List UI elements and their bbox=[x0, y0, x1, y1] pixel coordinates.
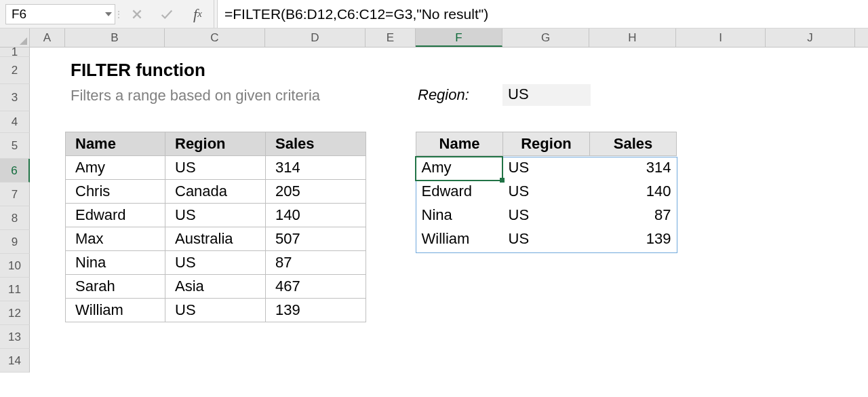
table-cell[interactable]: Chris bbox=[66, 180, 165, 204]
row-headers: 1234567891011121314 bbox=[0, 48, 30, 373]
column-header-C[interactable]: C bbox=[165, 29, 265, 47]
table-cell[interactable]: William bbox=[416, 227, 503, 251]
row-header-10[interactable]: 10 bbox=[0, 254, 30, 278]
table-row[interactable]: NinaUS87 bbox=[416, 204, 677, 227]
source-table-body: AmyUS314ChrisCanada205EdwardUS140MaxAust… bbox=[66, 156, 366, 322]
source-data-table: Name Region Sales AmyUS314ChrisCanada205… bbox=[65, 132, 366, 322]
worksheet-grid: 1234567891011121314 FILTER function Filt… bbox=[0, 48, 868, 373]
table-row[interactable]: MaxAustralia507 bbox=[66, 227, 366, 251]
column-header-E[interactable]: E bbox=[366, 29, 416, 47]
table-cell[interactable]: 139 bbox=[266, 299, 366, 322]
region-filter-value-cell[interactable]: US bbox=[502, 84, 591, 106]
table-cell[interactable]: US bbox=[165, 251, 266, 275]
table-cell[interactable]: US bbox=[165, 156, 266, 180]
region-filter-value: US bbox=[508, 86, 529, 102]
region-filter-label: Region: bbox=[418, 86, 469, 104]
row-header-8[interactable]: 8 bbox=[0, 206, 30, 230]
row-header-7[interactable]: 7 bbox=[0, 183, 30, 206]
table-cell[interactable]: 205 bbox=[266, 180, 366, 204]
row-header-2[interactable]: 2 bbox=[0, 57, 30, 84]
name-box-dropdown-icon[interactable] bbox=[105, 12, 112, 16]
table-cell[interactable]: Nina bbox=[416, 204, 503, 227]
column-header-J[interactable]: J bbox=[766, 29, 855, 47]
table-cell[interactable]: 314 bbox=[266, 156, 366, 180]
column-header-D[interactable]: D bbox=[265, 29, 366, 47]
table-cell[interactable]: US bbox=[503, 204, 590, 227]
column-header-G[interactable]: G bbox=[502, 29, 589, 47]
table-cell[interactable]: Sarah bbox=[66, 275, 165, 299]
table-cell[interactable]: Nina bbox=[66, 251, 165, 275]
row-header-13[interactable]: 13 bbox=[0, 325, 30, 349]
table-cell[interactable]: US bbox=[503, 180, 590, 204]
result-table-header-row: Name Region Sales bbox=[416, 132, 677, 156]
table-cell[interactable]: 467 bbox=[266, 275, 366, 299]
name-box-value: F6 bbox=[12, 7, 26, 22]
table-cell[interactable]: 507 bbox=[266, 227, 366, 251]
table-cell[interactable]: US bbox=[503, 227, 590, 251]
table-cell[interactable]: Amy bbox=[416, 156, 503, 180]
table-cell[interactable]: 140 bbox=[266, 204, 366, 227]
page-title: FILTER function bbox=[71, 60, 205, 81]
row-header-5[interactable]: 5 bbox=[0, 133, 30, 159]
table-cell[interactable]: US bbox=[503, 156, 590, 180]
source-table-header-row: Name Region Sales bbox=[66, 132, 366, 156]
result-table-body: AmyUS314EdwardUS140NinaUS87WilliamUS139 bbox=[416, 156, 677, 251]
table-cell[interactable]: 139 bbox=[590, 227, 677, 251]
table-row[interactable]: SarahAsia467 bbox=[66, 275, 366, 299]
source-header-region[interactable]: Region bbox=[165, 132, 266, 156]
table-cell[interactable]: Max bbox=[66, 227, 165, 251]
row-header-3[interactable]: 3 bbox=[0, 84, 30, 111]
column-headers: ABCDEFGHIJ bbox=[0, 29, 868, 48]
table-cell[interactable]: 140 bbox=[590, 180, 677, 204]
result-table: Name Region Sales AmyUS314EdwardUS140Nin… bbox=[416, 132, 677, 251]
page-subtitle: Filters a range based on given criteria bbox=[71, 87, 320, 105]
result-header-name[interactable]: Name bbox=[416, 132, 503, 156]
table-cell[interactable]: Edward bbox=[416, 180, 503, 204]
column-header-B[interactable]: B bbox=[65, 29, 165, 47]
source-header-name[interactable]: Name bbox=[66, 132, 165, 156]
formula-input[interactable]: =FILTER(B6:D12,C6:C12=G3,"No result") bbox=[217, 0, 868, 28]
table-row[interactable]: WilliamUS139 bbox=[416, 227, 677, 251]
table-row[interactable]: WilliamUS139 bbox=[66, 299, 366, 322]
column-header-A[interactable]: A bbox=[30, 29, 65, 47]
table-row[interactable]: EdwardUS140 bbox=[416, 180, 677, 204]
column-header-F[interactable]: F bbox=[416, 29, 502, 47]
formula-bar-separator bbox=[115, 0, 122, 28]
row-header-4[interactable]: 4 bbox=[0, 111, 30, 133]
table-cell[interactable]: William bbox=[66, 299, 165, 322]
row-header-14[interactable]: 14 bbox=[0, 349, 30, 373]
result-header-region[interactable]: Region bbox=[503, 132, 590, 156]
row-header-12[interactable]: 12 bbox=[0, 301, 30, 325]
column-header-H[interactable]: H bbox=[589, 29, 676, 47]
enter-formula-button[interactable] bbox=[152, 0, 182, 28]
select-all-corner[interactable] bbox=[0, 29, 30, 47]
table-row[interactable]: ChrisCanada205 bbox=[66, 180, 366, 204]
row-header-1[interactable]: 1 bbox=[0, 48, 30, 57]
table-cell[interactable]: 314 bbox=[590, 156, 677, 180]
source-header-sales[interactable]: Sales bbox=[266, 132, 366, 156]
table-cell[interactable]: US bbox=[165, 204, 266, 227]
table-cell[interactable]: US bbox=[165, 299, 266, 322]
name-box-container: F6 bbox=[0, 0, 115, 28]
table-cell[interactable]: 87 bbox=[266, 251, 366, 275]
row-header-9[interactable]: 9 bbox=[0, 230, 30, 254]
cancel-formula-button[interactable] bbox=[122, 0, 152, 28]
formula-text: =FILTER(B6:D12,C6:C12=G3,"No result") bbox=[224, 6, 488, 22]
name-box[interactable]: F6 bbox=[5, 4, 115, 24]
result-header-sales[interactable]: Sales bbox=[590, 132, 677, 156]
table-cell[interactable]: Australia bbox=[165, 227, 266, 251]
row-header-6[interactable]: 6 bbox=[0, 159, 30, 183]
table-cell[interactable]: Amy bbox=[66, 156, 165, 180]
table-row[interactable]: EdwardUS140 bbox=[66, 204, 366, 227]
table-cell[interactable]: Edward bbox=[66, 204, 165, 227]
row-header-11[interactable]: 11 bbox=[0, 278, 30, 301]
column-header-I[interactable]: I bbox=[676, 29, 766, 47]
table-cell[interactable]: Asia bbox=[165, 275, 266, 299]
sheet-area[interactable]: FILTER function Filters a range based on… bbox=[30, 48, 868, 373]
table-cell[interactable]: 87 bbox=[590, 204, 677, 227]
insert-function-button[interactable]: fx bbox=[182, 0, 214, 28]
table-row[interactable]: NinaUS87 bbox=[66, 251, 366, 275]
table-cell[interactable]: Canada bbox=[165, 180, 266, 204]
table-row[interactable]: AmyUS314 bbox=[416, 156, 677, 180]
table-row[interactable]: AmyUS314 bbox=[66, 156, 366, 180]
